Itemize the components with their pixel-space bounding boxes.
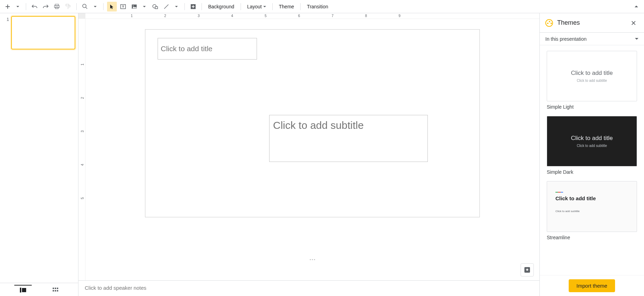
ruler-tick: 6 — [298, 14, 300, 18]
toolbar-separator — [241, 3, 241, 10]
svg-rect-3 — [66, 4, 69, 6]
ruler-tick: 7 — [332, 14, 334, 18]
insert-shape-button[interactable] — [150, 2, 160, 11]
explore-button[interactable] — [521, 263, 534, 276]
ruler-tick: 9 — [399, 14, 401, 18]
caret-down-icon — [16, 6, 19, 7]
toolbar-separator — [300, 3, 301, 10]
image-group — [129, 2, 149, 11]
ruler-tick: 4 — [81, 164, 84, 166]
line-group — [161, 2, 181, 11]
slide-number: 1 — [3, 16, 11, 49]
ruler-tick: 1 — [131, 14, 133, 18]
caret-down-icon — [263, 6, 266, 7]
themes-section-toggle[interactable]: In this presentation — [540, 33, 644, 45]
themes-panel-title: Themes — [557, 19, 624, 26]
view-switch-bar — [0, 283, 78, 296]
ruler-tick: 1 — [81, 63, 84, 65]
theme-name: Streamline — [547, 235, 637, 240]
close-themes-panel-button[interactable] — [629, 18, 638, 28]
theme-name: Simple Light — [547, 104, 637, 110]
theme-preview-title: Click to add title — [571, 70, 613, 77]
insert-line-button[interactable] — [161, 2, 171, 11]
ruler-tick: 2 — [81, 97, 84, 99]
image-dropdown[interactable] — [139, 2, 149, 11]
select-tool-button[interactable] — [107, 2, 117, 11]
slide[interactable]: Click to add title Click to add subtitle — [145, 29, 480, 217]
layout-button[interactable]: Layout — [244, 2, 269, 11]
redo-button[interactable] — [41, 2, 51, 11]
filmstrip-view-button[interactable] — [14, 285, 32, 295]
new-slide-button[interactable] — [3, 2, 13, 11]
insert-comment-button[interactable] — [188, 2, 198, 11]
transition-button[interactable]: Transition — [304, 2, 331, 11]
chevron-down-icon — [635, 38, 638, 40]
theme-preview-title: Click to add title — [555, 195, 596, 201]
svg-point-4 — [83, 4, 86, 8]
zoom-button[interactable] — [80, 2, 90, 11]
theme-preview-title: Click to add title — [571, 135, 613, 142]
themes-panel: Themes In this presentation Click to add… — [539, 13, 644, 296]
layout-label: Layout — [247, 4, 262, 9]
theme-preview-subtitle: Click to add subtitle — [577, 144, 607, 148]
toolbar-separator — [76, 3, 77, 10]
shape-group — [150, 2, 160, 11]
new-slide-dropdown[interactable] — [13, 2, 22, 11]
notes-resize-handle[interactable] — [310, 259, 315, 260]
themes-section-label: In this presentation — [545, 36, 586, 42]
new-slide-group — [3, 2, 22, 11]
textbox-tool-button[interactable] — [118, 2, 128, 11]
toolbar-separator — [272, 3, 273, 10]
theme-preview: Click to add title Click to add subtitle — [547, 181, 637, 232]
svg-rect-13 — [53, 288, 54, 289]
speaker-notes[interactable]: Click to add speaker notes — [78, 280, 539, 296]
print-button[interactable] — [52, 2, 62, 11]
filmstrip: 1 — [0, 13, 78, 296]
main-toolbar: Background Layout Theme Transition — [0, 0, 644, 13]
chevron-up-icon — [635, 6, 638, 7]
title-placeholder[interactable]: Click to add title — [158, 38, 257, 60]
themes-panel-footer: Import theme — [540, 275, 644, 296]
svg-rect-12 — [22, 288, 26, 292]
line-dropdown[interactable] — [171, 2, 181, 11]
subtitle-placeholder[interactable]: Click to add subtitle — [269, 115, 428, 162]
ruler-row: 1 2 3 4 5 6 7 8 9 — [78, 13, 539, 19]
grid-view-button[interactable] — [47, 285, 64, 295]
ruler-tick: 3 — [198, 14, 200, 18]
filmstrip-slide[interactable]: 1 — [0, 16, 78, 52]
themes-panel-header: Themes — [540, 13, 644, 33]
ruler-tick: 5 — [81, 197, 84, 199]
caret-down-icon — [143, 6, 146, 7]
theme-preview-subtitle: Click to add subtitle — [555, 210, 579, 213]
streamline-accent-icon — [555, 192, 563, 193]
undo-button[interactable] — [30, 2, 39, 11]
theme-card-simple-light[interactable]: Click to add title Click to add subtitle… — [547, 51, 637, 110]
collapse-toolbar-button[interactable] — [631, 2, 641, 11]
zoom-dropdown[interactable] — [90, 2, 100, 11]
vertical-ruler[interactable]: 1 2 3 4 5 — [78, 19, 85, 280]
svg-rect-1 — [54, 6, 59, 8]
horizontal-ruler[interactable]: 1 2 3 4 5 6 7 8 9 — [85, 13, 539, 18]
background-button[interactable]: Background — [205, 2, 237, 11]
import-theme-button[interactable]: Import theme — [569, 279, 615, 292]
insert-image-button[interactable] — [129, 2, 139, 11]
svg-point-7 — [133, 5, 134, 6]
theme-button[interactable]: Theme — [276, 2, 297, 11]
svg-rect-9 — [155, 7, 158, 9]
svg-rect-11 — [20, 288, 21, 293]
zoom-group — [80, 2, 100, 11]
ruler-corner — [78, 13, 85, 18]
toolbar-separator — [26, 3, 26, 10]
caret-down-icon — [175, 6, 178, 7]
theme-card-simple-dark[interactable]: Click to add title Click to add subtitle… — [547, 116, 637, 175]
theme-card-streamline[interactable]: Click to add title Click to add subtitle… — [547, 181, 637, 240]
slide-canvas[interactable]: Click to add title Click to add subtitle — [85, 19, 539, 280]
svg-rect-14 — [55, 288, 56, 289]
theme-preview: Click to add title Click to add subtitle — [547, 51, 637, 101]
svg-rect-15 — [57, 288, 58, 289]
themes-list[interactable]: Click to add title Click to add subtitle… — [540, 45, 644, 296]
palette-icon — [545, 19, 553, 27]
svg-rect-17 — [55, 290, 56, 291]
slide-thumbnail[interactable] — [11, 16, 75, 49]
theme-preview-subtitle: Click to add subtitle — [577, 79, 607, 83]
